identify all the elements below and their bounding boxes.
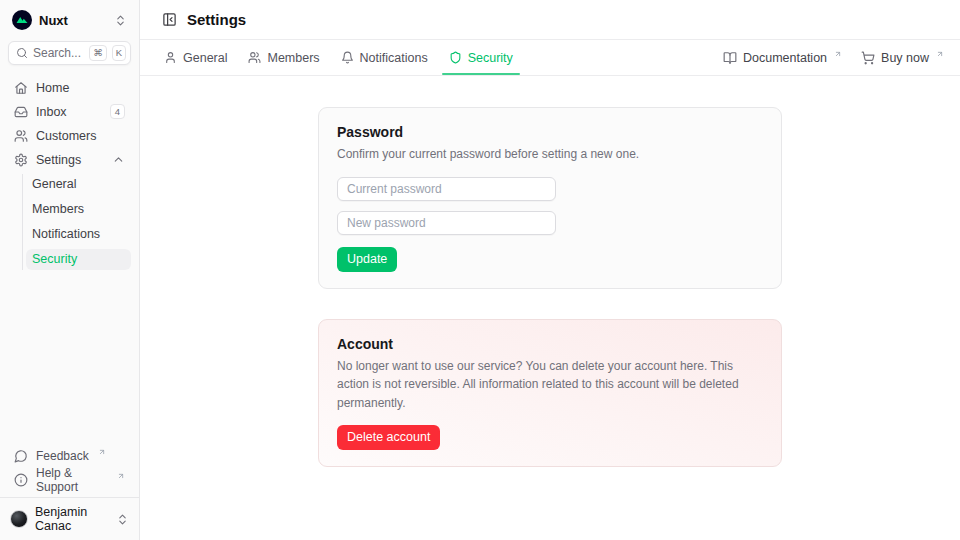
users-icon (14, 129, 28, 143)
tab-label: Notifications (360, 51, 428, 65)
external-link-icon (936, 50, 944, 58)
tab-label: Members (267, 51, 319, 65)
new-password-field[interactable] (337, 211, 556, 235)
page-header: Settings (140, 0, 960, 40)
settings-tabbar: General Members Notifications Security D… (140, 40, 960, 76)
inbox-icon (14, 105, 28, 119)
password-card-title: Password (337, 124, 763, 140)
kbd-k: K (112, 45, 126, 61)
buy-now-link[interactable]: Buy now (861, 51, 944, 65)
cart-icon (861, 51, 875, 65)
tabbar-links: Documentation Buy now (723, 51, 944, 65)
sidebar-item-label: Home (36, 81, 69, 95)
shield-icon (449, 51, 462, 64)
tab-label: Security (468, 51, 513, 65)
bell-icon (341, 51, 354, 64)
avatar (10, 510, 28, 528)
update-password-button[interactable]: Update (337, 247, 397, 272)
gear-icon (14, 153, 28, 167)
feedback-link[interactable]: Feedback (8, 446, 131, 465)
sidebar-item-home[interactable]: Home (8, 78, 131, 97)
collapse-sidebar-button[interactable] (162, 12, 177, 27)
chevron-up-icon (112, 153, 125, 166)
account-card-description: No longer want to use our service? You c… (337, 357, 763, 413)
sidebar-item-label: Settings (36, 153, 81, 167)
panel-left-close-icon (162, 12, 177, 27)
tab-link-label: Buy now (881, 51, 929, 65)
footer-link-label: Help & Support (36, 466, 108, 494)
sidebar-item-label: Inbox (36, 105, 67, 119)
main-area: Settings General Members Notifications S… (140, 0, 960, 540)
sidebar-item-settings-notifications[interactable]: Notifications (26, 224, 131, 245)
footer-link-label: Feedback (36, 449, 89, 463)
external-link-icon (98, 448, 106, 456)
sidebar-nav: Home Inbox 4 Customers Settings General … (8, 78, 131, 270)
org-switcher[interactable]: Nuxt (8, 8, 131, 32)
sidebar-item-customers[interactable]: Customers (8, 126, 131, 145)
sidebar-item-settings-security[interactable]: Security (26, 249, 131, 270)
sidebar-item-inbox[interactable]: Inbox 4 (8, 102, 131, 121)
user-icon (164, 51, 177, 64)
delete-account-button[interactable]: Delete account (337, 425, 440, 450)
search-placeholder: Search... (33, 46, 84, 60)
user-menu[interactable]: Benjamin Canac (0, 497, 139, 540)
sidebar: Nuxt Search... ⌘ K Home Inbox 4 Customer… (0, 0, 140, 540)
account-card: Account No longer want to use our servic… (318, 319, 782, 468)
inbox-count-badge: 4 (110, 104, 125, 120)
search-icon (16, 47, 28, 59)
page-title: Settings (187, 11, 246, 28)
book-open-icon (723, 51, 737, 65)
current-password-field[interactable] (337, 177, 556, 201)
content-area: Password Confirm your current password b… (140, 76, 960, 540)
org-name: Nuxt (39, 13, 107, 28)
info-icon (14, 473, 28, 487)
kbd-cmd: ⌘ (89, 45, 107, 61)
nuxt-logo-icon (12, 10, 32, 30)
external-link-icon (117, 472, 125, 480)
password-card-description: Confirm your current password before set… (337, 145, 763, 164)
user-name: Benjamin Canac (35, 505, 109, 533)
tab-link-label: Documentation (743, 51, 827, 65)
tab-label: General (183, 51, 227, 65)
chevrons-up-down-icon (116, 513, 129, 526)
documentation-link[interactable]: Documentation (723, 51, 842, 65)
tab-general[interactable]: General (163, 40, 228, 75)
settings-sub-list: General Members Notifications Security (22, 174, 131, 270)
sidebar-item-settings[interactable]: Settings (8, 150, 131, 169)
house-icon (14, 81, 28, 95)
users-icon (248, 51, 261, 64)
account-card-title: Account (337, 336, 763, 352)
external-link-icon (834, 50, 842, 58)
password-card: Password Confirm your current password b… (318, 107, 782, 289)
sidebar-footer: Feedback Help & Support (8, 446, 131, 497)
sidebar-item-settings-members[interactable]: Members (26, 199, 131, 220)
chevrons-up-down-icon (114, 14, 127, 27)
tab-security[interactable]: Security (448, 40, 514, 75)
sidebar-item-label: Customers (36, 129, 96, 143)
sidebar-item-settings-general[interactable]: General (26, 174, 131, 195)
tab-members[interactable]: Members (247, 40, 320, 75)
help-support-link[interactable]: Help & Support (8, 470, 131, 489)
search-input[interactable]: Search... ⌘ K (8, 41, 131, 65)
tab-notifications[interactable]: Notifications (340, 40, 429, 75)
chat-bubble-icon (14, 449, 28, 463)
